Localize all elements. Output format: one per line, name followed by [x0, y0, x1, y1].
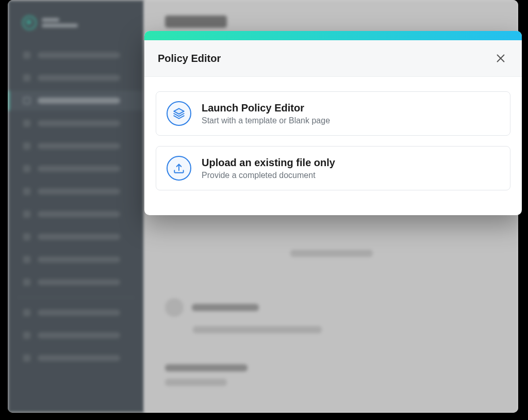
sidebar — [8, 0, 144, 413]
option-title: Launch Policy Editor — [202, 102, 330, 114]
sidebar-item[interactable] — [8, 227, 144, 247]
sidebar-item[interactable] — [8, 68, 144, 88]
close-icon — [495, 53, 506, 64]
brand-logo-icon — [22, 15, 37, 30]
brand — [8, 10, 144, 45]
option-subtitle: Provide a completed document — [202, 171, 335, 180]
upload-icon — [167, 156, 191, 181]
sidebar-item[interactable] — [8, 303, 144, 322]
sidebar-item[interactable] — [8, 159, 144, 179]
sidebar-item-policy[interactable] — [8, 91, 144, 110]
sidebar-divider — [18, 297, 134, 298]
svg-marker-2 — [174, 108, 184, 114]
modal-body: Launch Policy Editor Start with a templa… — [144, 77, 522, 205]
empty-state-text — [290, 250, 373, 257]
sidebar-item[interactable] — [8, 182, 144, 201]
policy-editor-modal: Policy Editor Launch Policy Editor Start… — [144, 31, 522, 215]
add-comments-sub — [193, 326, 322, 333]
page-title — [165, 15, 227, 28]
sidebar-item[interactable] — [8, 250, 144, 269]
sidebar-item[interactable] — [8, 114, 144, 133]
sidebar-item[interactable] — [8, 348, 144, 368]
add-comments-heading — [192, 304, 259, 311]
sidebar-item[interactable] — [8, 272, 144, 292]
option-title: Upload an existing file only — [202, 157, 335, 169]
recent-comments-heading — [165, 364, 248, 371]
sidebar-item[interactable] — [8, 136, 144, 156]
modal-accent-bar — [144, 31, 522, 40]
recent-comments-empty — [165, 379, 227, 386]
close-button[interactable] — [493, 51, 508, 66]
option-subtitle: Start with a template or Blank page — [202, 116, 330, 125]
modal-title: Policy Editor — [158, 53, 221, 64]
brand-text-line — [42, 18, 59, 22]
launch-policy-editor-option[interactable]: Launch Policy Editor Start with a templa… — [156, 91, 510, 136]
layers-icon — [167, 101, 191, 126]
modal-header: Policy Editor — [144, 40, 522, 77]
sidebar-item[interactable] — [8, 326, 144, 345]
upload-existing-file-option[interactable]: Upload an existing file only Provide a c… — [156, 146, 510, 190]
sidebar-item[interactable] — [8, 45, 144, 65]
avatar-placeholder-icon — [165, 298, 184, 317]
brand-text-line — [42, 24, 78, 27]
sidebar-item[interactable] — [8, 204, 144, 224]
